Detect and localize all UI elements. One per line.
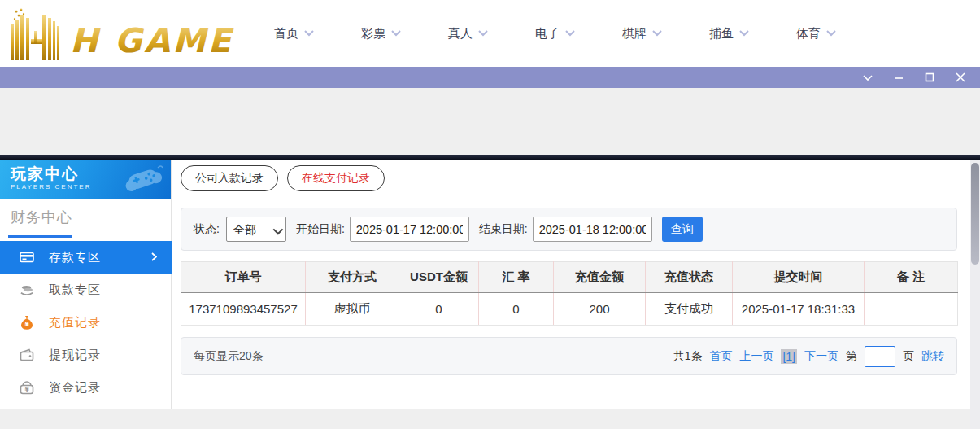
record-tabs: 公司入款记录 在线支付记录 bbox=[181, 165, 385, 191]
sidebar-item-label: 取款专区 bbox=[49, 282, 101, 298]
sidebar-item-deposit-records[interactable]: ¥ 充值记录 bbox=[0, 306, 172, 339]
sidebar-item-withdraw-records[interactable]: 提现记录 bbox=[0, 339, 172, 371]
col-deposit-amount: 充值金额 bbox=[554, 262, 646, 293]
nav-item-slots[interactable]: 电子 bbox=[512, 26, 599, 42]
status-select[interactable]: 全部 bbox=[226, 217, 286, 242]
chevron-down-icon bbox=[391, 30, 401, 37]
top-header: H GAME 首页 彩票 真人 电子 棋牌 bbox=[0, 0, 980, 67]
nav-item-label: 棋牌 bbox=[622, 26, 647, 42]
nav-item-label: 捕鱼 bbox=[709, 26, 734, 42]
pagination-panel: 每页显示20条 共1条 首页 上一页 [1] 下一页 第 页 跳转 bbox=[181, 337, 957, 375]
start-date-input[interactable] bbox=[350, 217, 469, 242]
nav-item-live[interactable]: 真人 bbox=[425, 26, 512, 42]
prev-page-link[interactable]: 上一页 bbox=[739, 349, 773, 364]
next-page-link[interactable]: 下一页 bbox=[804, 349, 838, 364]
money-bag-icon: ¥ bbox=[20, 315, 34, 330]
window-titlebar bbox=[0, 67, 980, 88]
nav-item-lottery[interactable]: 彩票 bbox=[338, 26, 425, 42]
nav-item-label: 电子 bbox=[535, 26, 560, 42]
nav-item-home[interactable]: 首页 bbox=[250, 26, 338, 42]
chevron-down-icon bbox=[826, 30, 836, 37]
collapse-chevron-icon[interactable] bbox=[858, 69, 878, 85]
chevron-down-icon bbox=[304, 30, 314, 37]
page-size-text: 每页显示20条 bbox=[194, 349, 264, 364]
table-header-row: 订单号 支付方式 USDT金额 汇 率 充值金额 充值状态 提交时间 备 注 bbox=[181, 262, 958, 293]
sidebar-item-label: 存款专区 bbox=[49, 250, 101, 265]
wallet-icon bbox=[20, 348, 34, 362]
brand-logo-graphic: H GAME bbox=[7, 7, 234, 62]
chevron-down-icon bbox=[478, 30, 488, 37]
jump-suffix-label: 页 bbox=[903, 349, 914, 364]
end-date-input[interactable] bbox=[533, 217, 652, 242]
workspace-background bbox=[0, 88, 980, 155]
sidebar-menu: 存款专区 取款专区 ¥ 充值记录 bbox=[0, 241, 172, 404]
cell-deposit-status: 支付成功 bbox=[646, 293, 733, 326]
table-row: 1737109893457527 虚拟币 0 0 200 支付成功 2025-0… bbox=[181, 293, 958, 326]
brand-logo-text: H GAME bbox=[70, 21, 234, 60]
chevron-down-icon bbox=[565, 30, 575, 37]
brand-logo[interactable]: H GAME bbox=[7, 7, 234, 62]
status-select-wrap: 全部 bbox=[226, 217, 286, 242]
minimize-icon[interactable] bbox=[889, 69, 908, 85]
nav-item-label: 彩票 bbox=[361, 26, 385, 42]
close-icon[interactable] bbox=[951, 69, 970, 85]
current-page-indicator: [1] bbox=[781, 349, 797, 364]
sidebar-header: 玩家中心 PLAYERS CENTER bbox=[0, 160, 171, 199]
cell-payment-method: 虚拟币 bbox=[306, 293, 399, 326]
sidebar-item-label: 充值记录 bbox=[49, 315, 101, 331]
cell-usdt-amount: 0 bbox=[399, 293, 479, 326]
nav-item-label: 首页 bbox=[274, 26, 298, 42]
col-usdt-amount: USDT金额 bbox=[399, 262, 479, 293]
sidebar-item-label: 资金记录 bbox=[49, 380, 101, 396]
deposit-records-table: 订单号 支付方式 USDT金额 汇 率 充值金额 充值状态 提交时间 备 注 1… bbox=[181, 261, 958, 326]
end-date-label: 结束日期: bbox=[479, 222, 528, 237]
tab-online-payment-records[interactable]: 在线支付记录 bbox=[287, 165, 385, 191]
footer-strip bbox=[0, 409, 980, 429]
nav-item-sports[interactable]: 体育 bbox=[773, 26, 860, 42]
sidebar-item-deposit-zone[interactable]: 存款专区 bbox=[0, 241, 172, 274]
cell-remark bbox=[865, 293, 958, 326]
first-page-link[interactable]: 首页 bbox=[709, 349, 732, 364]
maximize-icon[interactable] bbox=[920, 69, 939, 85]
chevron-down-icon bbox=[652, 30, 662, 37]
sidebar: 玩家中心 PLAYERS CENTER bbox=[0, 160, 172, 409]
main-panel: 公司入款记录 在线支付记录 状态: 全部 开始日期: 结束日期: 查询 bbox=[172, 160, 968, 409]
sidebar-item-withdraw-zone[interactable]: 取款专区 bbox=[0, 274, 172, 306]
pager: 共1条 首页 上一页 [1] 下一页 第 页 跳转 bbox=[673, 346, 944, 367]
jump-prefix-label: 第 bbox=[846, 349, 857, 364]
nav-item-fishing[interactable]: 捕鱼 bbox=[686, 26, 773, 42]
gamepad-icon bbox=[122, 163, 164, 199]
app-window: H GAME 首页 彩票 真人 电子 棋牌 bbox=[0, 0, 980, 429]
chevron-down-icon bbox=[739, 30, 749, 37]
col-submit-time: 提交时间 bbox=[733, 262, 865, 293]
finance-center-label: 财务中心 bbox=[11, 208, 72, 227]
vertical-scrollbar[interactable] bbox=[970, 160, 980, 429]
page-jump-input[interactable] bbox=[865, 346, 895, 367]
cell-deposit-amount: 200 bbox=[554, 293, 646, 326]
main-nav: 首页 彩票 真人 电子 棋牌 捕鱼 bbox=[250, 0, 860, 67]
hand-coins-icon bbox=[20, 282, 34, 297]
content-area: 玩家中心 PLAYERS CENTER bbox=[0, 160, 980, 409]
nav-item-cards[interactable]: 棋牌 bbox=[599, 26, 686, 42]
col-exchange-rate: 汇 率 bbox=[479, 262, 554, 293]
scrollbar-thumb[interactable] bbox=[971, 163, 979, 265]
tab-company-deposit-records[interactable]: 公司入款记录 bbox=[181, 165, 278, 191]
svg-text:¥: ¥ bbox=[24, 321, 29, 328]
total-count-text: 共1条 bbox=[673, 349, 703, 364]
start-date-label: 开始日期: bbox=[296, 222, 345, 237]
cell-order-number: 1737109893457527 bbox=[181, 293, 306, 326]
finance-center-section: 财务中心 bbox=[0, 199, 171, 241]
svg-text:¥: ¥ bbox=[24, 386, 29, 393]
nav-item-label: 体育 bbox=[796, 26, 821, 42]
purse-icon: ¥ bbox=[20, 380, 34, 395]
col-remark: 备 注 bbox=[865, 262, 958, 293]
col-deposit-status: 充值状态 bbox=[646, 262, 733, 293]
sidebar-item-fund-records[interactable]: ¥ 资金记录 bbox=[0, 371, 172, 404]
finance-center-underline bbox=[8, 235, 72, 238]
bank-card-icon bbox=[20, 250, 34, 265]
chevron-right-icon bbox=[151, 250, 157, 265]
status-label: 状态: bbox=[194, 222, 220, 237]
filter-panel: 状态: 全部 开始日期: 结束日期: 查询 bbox=[181, 208, 957, 251]
search-button[interactable]: 查询 bbox=[662, 217, 703, 242]
jump-action-link[interactable]: 跳转 bbox=[921, 349, 944, 364]
